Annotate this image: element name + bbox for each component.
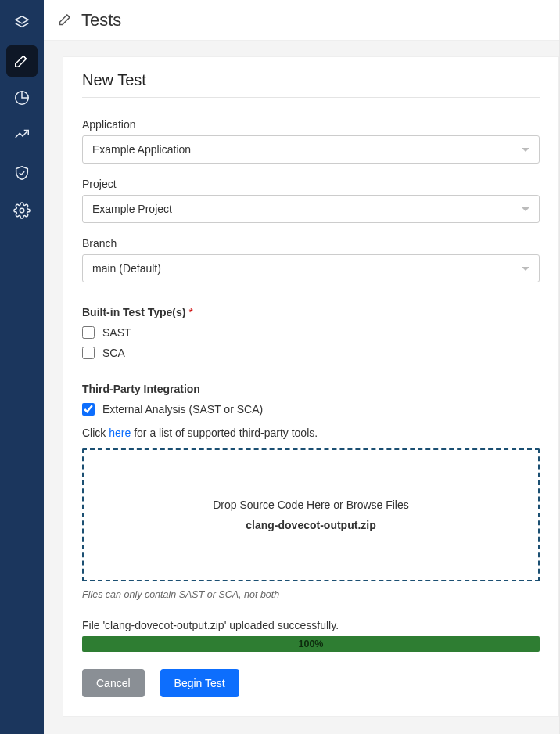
third-party-hint: Click here for a list of supported third… xyxy=(82,426,540,439)
upload-progress-bar: 100% xyxy=(82,636,540,652)
chevron-down-icon xyxy=(522,148,529,152)
sidebar-item-trends[interactable] xyxy=(6,121,38,152)
upload-status: File 'clang-dovecot-output.zip' uploaded… xyxy=(82,619,540,631)
hint-suffix: for a list of supported third-party tool… xyxy=(131,426,318,439)
branch-select[interactable]: main (Default) xyxy=(82,254,540,282)
upload-progress: 100% xyxy=(82,636,540,652)
project-value: Example Project xyxy=(92,203,522,215)
actions: Cancel Begin Test xyxy=(82,669,540,697)
sast-label[interactable]: SAST xyxy=(102,326,131,339)
dropzone-hint: Files can only contain SAST or SCA, not … xyxy=(82,589,540,600)
upload-progress-text: 100% xyxy=(299,639,324,649)
project-label: Project xyxy=(82,178,540,190)
topbar: Tests xyxy=(44,0,559,41)
third-party-label: Third-Party Integration xyxy=(82,383,540,395)
external-analysis-checkbox[interactable] xyxy=(82,403,95,416)
hint-prefix: Click xyxy=(82,426,109,439)
branch-group: Branch main (Default) xyxy=(82,237,540,282)
dropzone-primary-text: Drop Source Code Here or Browse Files xyxy=(213,498,409,511)
content: New Test Application Example Application… xyxy=(44,41,559,734)
branch-value: main (Default) xyxy=(92,262,522,275)
pencil-icon xyxy=(13,52,31,71)
project-select[interactable]: Example Project xyxy=(82,195,540,223)
sidebar xyxy=(0,0,44,734)
sidebar-item-security[interactable] xyxy=(6,158,38,189)
sidebar-item-tests[interactable] xyxy=(6,45,38,77)
begin-test-button[interactable]: Begin Test xyxy=(160,669,239,697)
checkbox-row-sca: SCA xyxy=(82,347,540,359)
branch-label: Branch xyxy=(82,237,540,250)
card-title: New Test xyxy=(82,71,540,98)
trend-icon xyxy=(13,127,31,146)
application-value: Example Application xyxy=(92,143,522,156)
chevron-down-icon xyxy=(522,267,529,271)
new-test-card: New Test Application Example Application… xyxy=(63,56,559,717)
pie-chart-icon xyxy=(13,89,31,109)
application-group: Application Example Application xyxy=(82,118,540,164)
gear-icon xyxy=(13,202,31,221)
sidebar-item-settings[interactable] xyxy=(6,196,38,227)
test-types-label-text: Built-in Test Type(s) xyxy=(82,306,185,318)
application-label: Application xyxy=(82,118,540,131)
layers-icon xyxy=(13,14,31,34)
sca-label[interactable]: SCA xyxy=(102,347,125,359)
checkbox-row-external: External Analysis (SAST or SCA) xyxy=(82,403,540,416)
dropzone-file-name: clang-dovecot-output.zip xyxy=(246,519,375,531)
file-dropzone[interactable]: Drop Source Code Here or Browse Files cl… xyxy=(82,448,540,581)
sidebar-item-layers[interactable] xyxy=(6,8,38,39)
application-select[interactable]: Example Application xyxy=(82,135,540,164)
external-analysis-label[interactable]: External Analysis (SAST or SCA) xyxy=(102,403,263,416)
page-title: Tests xyxy=(81,10,121,31)
svg-point-1 xyxy=(20,208,24,213)
sidebar-item-reports[interactable] xyxy=(6,83,38,114)
supported-tools-link[interactable]: here xyxy=(109,426,131,439)
checkbox-row-sast: SAST xyxy=(82,326,540,339)
test-types-label: Built-in Test Type(s) * xyxy=(82,306,540,318)
shield-check-icon xyxy=(13,164,31,184)
project-group: Project Example Project xyxy=(82,178,540,223)
required-indicator: * xyxy=(188,306,192,318)
cancel-button[interactable]: Cancel xyxy=(82,669,145,697)
sca-checkbox[interactable] xyxy=(82,347,95,359)
sast-checkbox[interactable] xyxy=(82,326,95,339)
chevron-down-icon xyxy=(522,207,529,211)
main: Tests New Test Application Example Appli… xyxy=(44,0,560,734)
pencil-icon xyxy=(58,11,81,29)
svg-marker-0 xyxy=(16,16,29,23)
